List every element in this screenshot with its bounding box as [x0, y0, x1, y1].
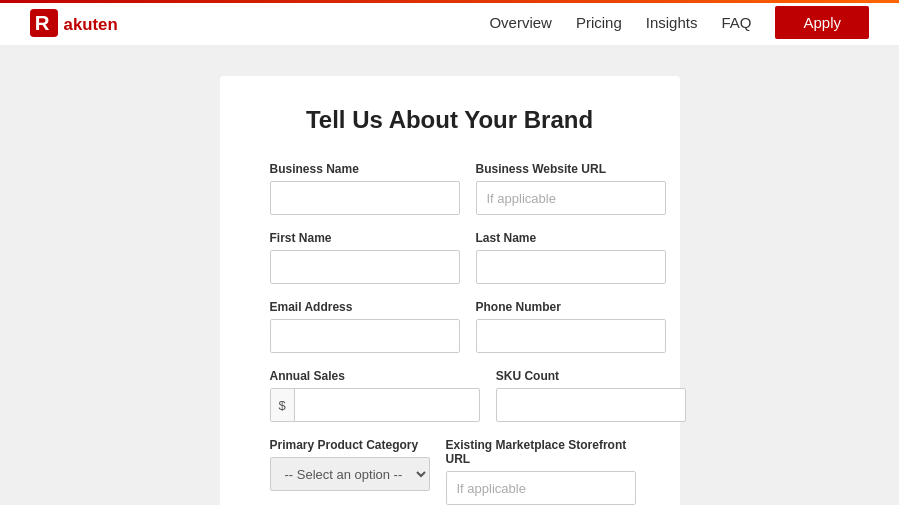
phone-input[interactable]	[476, 319, 666, 353]
product-category-label: Primary Product Category	[270, 438, 430, 452]
svg-text:akuten: akuten	[64, 15, 118, 34]
form-row-3: Email Address Phone Number	[270, 300, 630, 353]
form-group-annual-sales: Annual Sales $	[270, 369, 480, 422]
storefront-url-input[interactable]	[446, 471, 636, 505]
last-name-label: Last Name	[476, 231, 666, 245]
form-row-2: First Name Last Name	[270, 231, 630, 284]
svg-text:R: R	[35, 11, 50, 34]
form-group-email: Email Address	[270, 300, 460, 353]
business-website-label: Business Website URL	[476, 162, 666, 176]
form-group-first-name: First Name	[270, 231, 460, 284]
sku-count-input[interactable]	[496, 388, 686, 422]
last-name-input[interactable]	[476, 250, 666, 284]
first-name-label: First Name	[270, 231, 460, 245]
header: R akuten Overview Pricing Insights FAQ A…	[0, 0, 899, 46]
nav-overview[interactable]: Overview	[489, 14, 552, 31]
form-group-business-website: Business Website URL	[476, 162, 666, 215]
phone-label: Phone Number	[476, 300, 666, 314]
form-row-1: Business Name Business Website URL	[270, 162, 630, 215]
form-group-last-name: Last Name	[476, 231, 666, 284]
form-card: Tell Us About Your Brand Business Name B…	[220, 76, 680, 505]
logo: R akuten	[30, 9, 142, 37]
annual-sales-label: Annual Sales	[270, 369, 480, 383]
page-title: Tell Us About Your Brand	[270, 106, 630, 134]
form-row-5: Primary Product Category -- Select an op…	[270, 438, 630, 505]
form-group-storefront-url: Existing Marketplace Storefront URL	[446, 438, 636, 505]
nav: Overview Pricing Insights FAQ Apply	[489, 6, 869, 39]
email-input[interactable]	[270, 319, 460, 353]
main-content: Tell Us About Your Brand Business Name B…	[0, 46, 899, 505]
email-label: Email Address	[270, 300, 460, 314]
storefront-url-label: Existing Marketplace Storefront URL	[446, 438, 636, 466]
business-name-label: Business Name	[270, 162, 460, 176]
first-name-input[interactable]	[270, 250, 460, 284]
nav-pricing[interactable]: Pricing	[576, 14, 622, 31]
form-group-sku-count: SKU Count	[496, 369, 686, 422]
form-group-business-name: Business Name	[270, 162, 460, 215]
business-website-input[interactable]	[476, 181, 666, 215]
header-apply-button[interactable]: Apply	[775, 6, 869, 39]
nav-faq[interactable]: FAQ	[721, 14, 751, 31]
form-row-4: Annual Sales $ SKU Count	[270, 369, 630, 422]
business-name-input[interactable]	[270, 181, 460, 215]
rakuten-logo-svg: R akuten	[30, 9, 142, 37]
annual-sales-input[interactable]	[295, 389, 479, 421]
nav-insights[interactable]: Insights	[646, 14, 698, 31]
dollar-prefix: $	[271, 389, 295, 421]
sku-count-label: SKU Count	[496, 369, 686, 383]
form-group-phone: Phone Number	[476, 300, 666, 353]
form-group-product-category: Primary Product Category -- Select an op…	[270, 438, 430, 505]
product-category-select[interactable]: -- Select an option --	[270, 457, 430, 491]
annual-sales-prefix-wrap: $	[270, 388, 480, 422]
